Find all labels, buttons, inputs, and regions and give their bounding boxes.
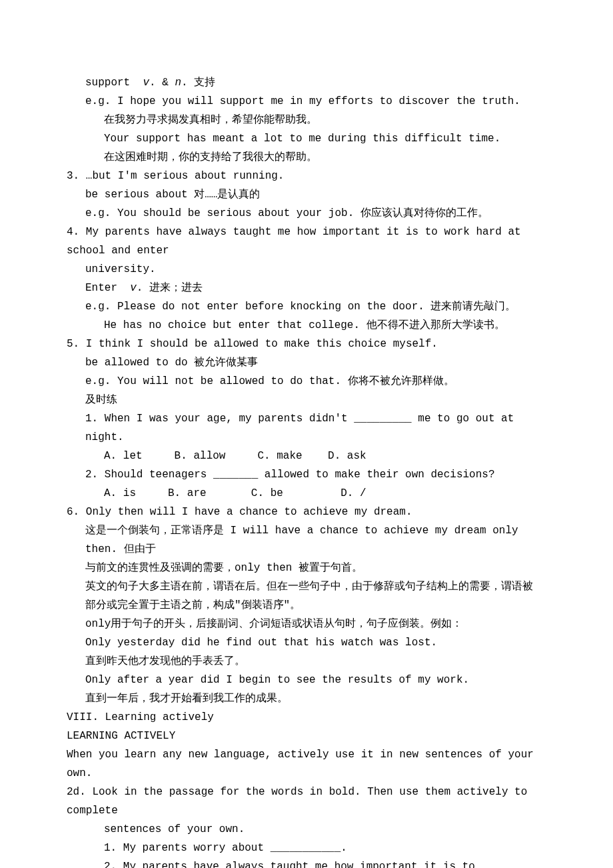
text-line: 英文的句子大多主语在前，谓语在后。但在一些句子中，由于修辞或句子结构上的需要，谓… xyxy=(67,577,546,596)
text-span: . 支持 xyxy=(181,77,215,89)
text-line: Only yesterday did he find out that his … xyxy=(67,633,546,652)
text-line: 与前文的连贯性及强调的需要，only then 被置于句首。 xyxy=(67,559,546,577)
document-page: support v. & n. 支持e.g. I hope you will s… xyxy=(0,0,613,868)
text-line: 及时练 xyxy=(67,391,546,409)
text-line: Your support has meant a lot to me durin… xyxy=(67,129,546,148)
text-line: only用于句子的开头，后接副词、介词短语或状语从句时，句子应倒装。例如： xyxy=(67,615,546,633)
text-line: He has no choice but enter that college.… xyxy=(67,316,546,335)
text-line: 1. When I was your age, my parents didn'… xyxy=(67,409,546,447)
text-line: 在我努力寻求揭发真相时，希望你能帮助我。 xyxy=(67,111,546,129)
text-line: A. is B. are C. be D. / xyxy=(67,484,546,503)
text-line: Enter v. 进来；进去 xyxy=(67,279,546,297)
text-line: e.g. You will not be allowed to do that.… xyxy=(67,372,546,391)
text-span: . 进来；进去 xyxy=(137,282,203,294)
text-line: sentences of your own. xyxy=(67,820,546,839)
text-line: 6. Only then will I have a chance to ach… xyxy=(67,503,546,521)
text-line: university. xyxy=(67,260,546,279)
text-line: 3. …but I'm serious about running. xyxy=(67,167,546,185)
text-line: 5. I think I should be allowed to make t… xyxy=(67,335,546,353)
text-line: 这是一个倒装句，正常语序是 I will have a chance to ac… xyxy=(67,521,546,559)
text-line: 4. My parents have always taught me how … xyxy=(67,223,546,260)
text-line: be serious about 对……是认真的 xyxy=(67,185,546,204)
text-span: support xyxy=(85,77,143,89)
text-line: e.g. I hope you will support me in my ef… xyxy=(67,92,546,111)
text-line: Only after a year did I begin to see the… xyxy=(67,671,546,689)
italic-text: v xyxy=(130,282,137,294)
text-line: A. let B. allow C. make D. ask xyxy=(67,447,546,465)
text-line: 2. Should teenagers _______ allowed to m… xyxy=(67,465,546,484)
text-line: 2d. Look in the passage for the words in… xyxy=(67,783,546,820)
text-line: support v. & n. 支持 xyxy=(67,73,546,92)
italic-text: v xyxy=(143,77,149,89)
text-line: be allowed to do 被允许做某事 xyxy=(67,353,546,372)
text-span: Enter xyxy=(85,282,130,294)
text-line: e.g. You should be serious about your jo… xyxy=(67,204,546,223)
text-line: VIII. Learning actively xyxy=(67,708,546,727)
text-line: 在这困难时期，你的支持给了我很大的帮助。 xyxy=(67,148,546,167)
text-line: 部分或完全置于主语之前，构成"倒装语序"。 xyxy=(67,596,546,615)
text-span: . & xyxy=(149,77,175,89)
italic-text: n xyxy=(175,77,181,89)
text-line: 直到一年后，我才开始看到我工作的成果。 xyxy=(67,689,546,708)
text-line: When you learn any new language, activel… xyxy=(67,745,546,783)
text-line: 直到昨天他才发现他的手表丢了。 xyxy=(67,652,546,671)
text-line: LEARNING ACTIVELY xyxy=(67,727,546,745)
text-line: 2. My parents have always taught me how … xyxy=(67,857,546,868)
text-line: 1. My parents worry about ___________. xyxy=(67,839,546,857)
text-line: e.g. Please do not enter before knocking… xyxy=(67,297,546,316)
